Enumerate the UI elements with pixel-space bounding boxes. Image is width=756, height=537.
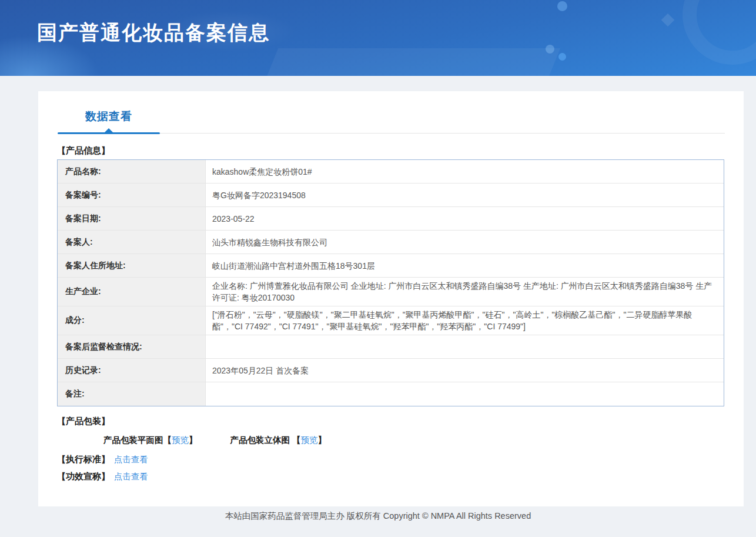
table-row-filing-date: 备案日期: 2023-05-22 [58, 207, 724, 231]
packaging-3d-image-label: 产品包装立体图 [230, 435, 293, 445]
table-row-history: 历史记录: 2023年05月22日 首次备案 [58, 359, 724, 382]
banner-diamond-decoration [661, 14, 675, 27]
banner-polygon-decoration [257, 48, 560, 76]
row-value: kakashow柔焦定妆粉饼01# [206, 160, 724, 183]
row-value: 汕头市精锐鑫生物科技有限公司 [206, 231, 724, 254]
row-label: 备案编号: [58, 184, 206, 206]
table-row-filer: 备案人: 汕头市精锐鑫生物科技有限公司 [58, 231, 724, 254]
product-info-section-title: 【产品信息】 [57, 145, 110, 156]
tab-data-view-label: 数据查看 [58, 109, 160, 124]
bracket-close: 】 [318, 435, 327, 445]
packaging-3d-preview-link[interactable]: 预览 [301, 435, 318, 445]
tab-bar: 数据查看 [58, 91, 725, 134]
table-row-manufacturer: 生产企业: 企业名称: 广州博萱雅化妆品有限公司 企业地址: 广州市白云区太和镇… [58, 278, 724, 306]
bracket-open: 【 [163, 435, 172, 445]
row-label: 备注: [58, 382, 206, 406]
row-label: 备案人: [58, 231, 206, 254]
tab-active-underline [58, 132, 160, 134]
banner-dot-decoration [546, 45, 554, 54]
footer-copyright: 本站由国家药品监督管理局主办 版权所有 Copyright © NMPA All… [0, 511, 756, 522]
page-title: 国产普通化妆品备案信息 [37, 19, 270, 45]
row-value: 2023年05月22日 首次备案 [206, 359, 724, 382]
row-value [206, 335, 724, 358]
row-value: 企业名称: 广州博萱雅化妆品有限公司 企业地址: 广州市白云区太和镇秀盛路自编3… [206, 278, 724, 306]
row-value: ["滑石粉"，"云母"，"硬脂酸镁"，"聚二甲基硅氧烷"，"聚甲基丙烯酸甲酯"，… [206, 306, 724, 335]
bracket-close: 】 [189, 435, 198, 445]
bracket-open: 【 [292, 435, 301, 445]
row-value: 2023-05-22 [206, 207, 724, 230]
row-label: 产品名称: [58, 160, 206, 183]
packaging-flat-image-label: 产品包装平面图 [103, 435, 163, 445]
row-label: 备案日期: [58, 207, 206, 230]
row-label: 历史记录: [58, 359, 206, 382]
page-banner: 国产普通化妆品备案信息 [0, 0, 756, 76]
row-value [206, 382, 724, 406]
table-row-remarks: 备注: [58, 382, 724, 406]
efficacy-row: 【功效宣称】点击查看 [57, 471, 148, 482]
tab-data-view[interactable]: 数据查看 [58, 91, 160, 134]
table-row-ingredients: 成分: ["滑石粉"，"云母"，"硬脂酸镁"，"聚二甲基硅氧烷"，"聚甲基丙烯酸… [58, 306, 724, 335]
packaging-flat-preview-link[interactable]: 预览 [172, 435, 189, 445]
product-info-table: 产品名称: kakashow柔焦定妆粉饼01# 备案编号: 粤G妆网备字2023… [57, 159, 724, 406]
row-value: 岐山街道潮汕路中宫村道外围五格18号301层 [206, 254, 724, 277]
row-label: 备案人住所地址: [58, 254, 206, 277]
row-label: 成分: [58, 306, 206, 335]
content-card: 数据查看 【产品信息】 产品名称: kakashow柔焦定妆粉饼01# 备案编号… [38, 91, 744, 506]
packaging-3d-image-item: 产品包装立体图 【预览】 [230, 435, 327, 446]
row-label: 生产企业: [58, 278, 206, 306]
packaging-row: 产品包装平面图【预览】 产品包装立体图 【预览】 [103, 435, 326, 446]
tab-active-caret-icon [105, 128, 113, 132]
standard-view-link[interactable]: 点击查看 [114, 455, 148, 464]
standard-row: 【执行标准】点击查看 [57, 454, 148, 465]
efficacy-view-link[interactable]: 点击查看 [114, 472, 148, 481]
standard-label: 【执行标准】 [57, 454, 110, 464]
packaging-section-title: 【产品包装】 [57, 416, 110, 427]
row-value: 粤G妆网备字2023194508 [206, 184, 724, 206]
table-row-filer-address: 备案人住所地址: 岐山街道潮汕路中宫村道外围五格18号301层 [58, 254, 724, 278]
efficacy-label: 【功效宣称】 [57, 471, 110, 481]
row-label: 备案后监督检查情况: [58, 335, 206, 358]
packaging-flat-image-item: 产品包装平面图【预览】 [103, 435, 198, 446]
banner-circle-decoration [683, 0, 756, 65]
banner-dot-decoration [558, 53, 566, 61]
table-row-filing-number: 备案编号: 粤G妆网备字2023194508 [58, 184, 724, 207]
table-row-post-filing-inspection: 备案后监督检查情况: [58, 335, 724, 359]
table-row-product-name: 产品名称: kakashow柔焦定妆粉饼01# [58, 160, 724, 184]
banner-dot-decoration [557, 1, 567, 11]
